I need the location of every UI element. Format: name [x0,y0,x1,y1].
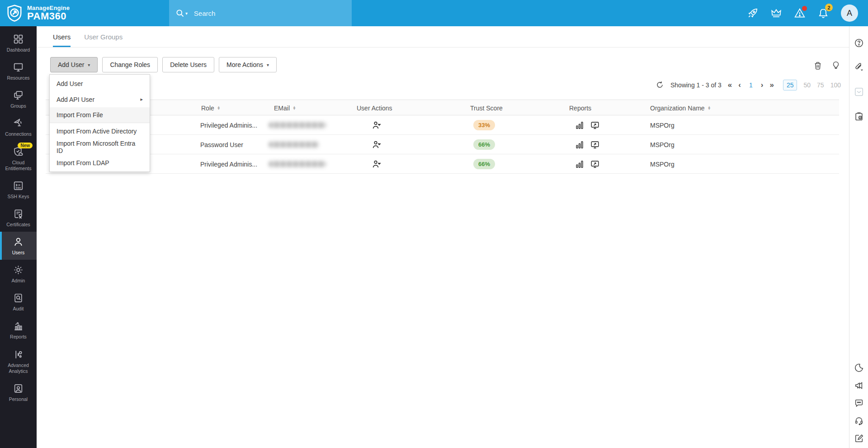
tasks-clipboard-icon[interactable] [854,111,864,121]
notifications-bell-icon[interactable]: 2 [817,7,829,19]
access-report-screen-icon[interactable] [590,120,600,130]
connections-icon [13,118,24,129]
alert-dot-badge [802,6,807,11]
tab-user-groups[interactable]: User Groups [84,33,123,47]
help-icon[interactable] [854,38,864,48]
users-toolbar: Add User ▾ Change Roles Delete Users Mor… [50,57,277,72]
sidebar-item-cloud-entitlements[interactable]: New Cloud Entitlements [0,142,37,176]
column-header-reports: Reports [569,100,591,116]
certificates-icon [13,208,24,219]
sidebar-item-reports[interactable]: Reports [0,316,37,344]
table-row[interactable]: Password User 66% [46,135,839,154]
users-table: Role ▲▼ EMail ▲▼ User Actions Trust Scor… [46,100,839,174]
add-user-button[interactable]: Add User ▾ [50,57,98,72]
organization-cell: MSPOrg [650,115,675,135]
advanced-analytics-icon [13,349,24,360]
search-input[interactable] [194,10,321,17]
sidebar-item-users[interactable]: Users [0,232,37,260]
email-cell-blurred [269,115,326,135]
tab-users[interactable]: Users [53,33,71,47]
column-header-trust-score: Trust Score [470,100,503,116]
access-report-screen-icon[interactable] [590,159,600,169]
reports-cell [575,135,605,154]
add-user-dropdown-menu: Add User Add API User ▸ Import From File… [49,74,150,172]
page-size-75[interactable]: 75 [817,81,824,89]
search-scope-caret-icon[interactable]: ▾ [185,11,188,16]
dashboard-icon [13,33,24,45]
menu-item-add-user[interactable]: Add User [50,76,150,91]
next-page-icon[interactable]: › [761,81,764,89]
user-actions-menu-icon[interactable] [371,159,382,170]
role-cell: Password User [200,135,243,154]
sort-icon[interactable]: ▲▼ [708,106,711,110]
announcements-megaphone-icon[interactable] [854,381,864,391]
previous-page-icon[interactable]: ‹ [738,81,741,89]
column-header-organization-name[interactable]: Organization Name ▲▼ [650,100,711,116]
change-roles-button[interactable]: Change Roles [102,57,158,72]
column-header-role[interactable]: Role ▲▼ [201,100,221,116]
user-actions-menu-icon[interactable] [371,120,382,131]
user-report-chart-icon[interactable] [575,159,585,169]
alerts-warning-icon[interactable] [794,7,806,19]
last-page-icon[interactable]: » [769,81,774,89]
groups-icon [13,90,24,101]
page-size-50[interactable]: 50 [803,81,811,89]
sort-icon[interactable]: ▲▼ [217,106,221,110]
dark-mode-moon-icon[interactable] [854,363,864,373]
menu-item-import-from-active-directory[interactable]: Import From Active Directory [50,123,150,139]
sidebar-item-connections[interactable]: Connections [0,113,37,141]
user-report-chart-icon[interactable] [575,120,585,130]
brand-line1: ManageEngine [27,5,70,11]
trust-score-badge: 33% [473,120,495,130]
first-page-icon[interactable]: « [728,81,732,89]
menu-item-import-from-microsoft-entra-id[interactable]: Import From Microsoft Entra ID [50,139,150,155]
sort-icon[interactable]: ▲▼ [292,106,296,110]
table-row[interactable]: Privileged Adminis... 66% [46,154,839,174]
brand-logo[interactable]: ManageEngine PAM360 [0,4,169,22]
support-headset-icon[interactable] [854,416,864,426]
delete-users-button[interactable]: Delete Users [162,57,214,72]
user-report-chart-icon[interactable] [575,140,585,150]
page-size-selector: 25 50 75 100 [783,80,841,91]
menu-item-import-from-file[interactable]: Import From File [50,107,150,123]
global-search[interactable]: ▾ [169,0,352,26]
notification-count-badge: 2 [825,4,833,11]
sidebar-item-advanced-analytics[interactable]: Advanced Analytics [0,344,37,378]
main-content: Users User Groups Add User ▾ Change Role… [37,26,849,448]
sidebar-item-resources[interactable]: Resources [0,57,37,85]
feedback-compose-icon[interactable] [854,434,864,443]
more-actions-button[interactable]: More Actions ▾ [219,57,277,72]
user-actions-cell [371,154,382,174]
column-header-email[interactable]: EMail ▲▼ [274,100,296,116]
sidebar-item-dashboard[interactable]: Dashboard [0,29,37,57]
mail-icon[interactable] [854,87,864,97]
user-avatar[interactable]: A [841,5,858,22]
trust-score-badge: 66% [473,139,495,150]
page-size-100[interactable]: 100 [830,81,841,89]
license-crown-icon[interactable] [770,7,782,19]
sidebar-item-personal[interactable]: Personal [0,378,37,406]
sidebar-item-audit[interactable]: Audit [0,288,37,316]
menu-item-import-from-ldap[interactable]: Import From LDAP [50,155,150,171]
organization-cell: MSPOrg [650,154,675,174]
menu-item-add-api-user[interactable]: Add API User ▸ [50,91,150,107]
user-actions-menu-icon[interactable] [371,139,382,150]
sidebar-item-ssh-keys[interactable]: SSH SSH Keys [0,176,37,204]
current-page-number[interactable]: 1 [747,81,755,89]
sidebar-item-groups[interactable]: Groups [0,85,37,113]
lightbulb-icon[interactable] [831,61,841,71]
sidebar-item-certificates[interactable]: Certificates [0,204,37,232]
page-size-25[interactable]: 25 [783,80,797,91]
user-actions-cell [371,135,382,154]
chat-icon[interactable] [854,398,864,408]
trash-icon[interactable] [813,61,823,71]
whats-new-rocket-icon[interactable] [747,7,759,19]
right-utility-rail [849,26,868,448]
access-report-screen-icon[interactable] [590,140,600,150]
attachment-paperclip-icon[interactable] [854,62,864,72]
table-row[interactable]: Privileged Adminis... 33% [46,115,839,135]
refresh-icon[interactable] [656,81,664,89]
role-cell: Privileged Adminis... [200,154,257,174]
sidebar-item-admin[interactable]: Admin [0,260,37,288]
audit-icon [13,292,24,304]
